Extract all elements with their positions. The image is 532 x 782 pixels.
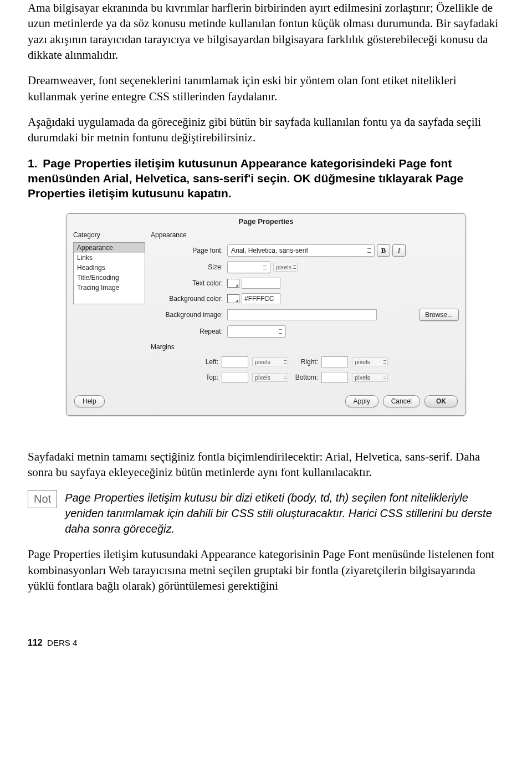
appearance-section-label: Appearance: [151, 231, 459, 239]
margin-right-label: Right:: [288, 358, 321, 366]
para-1: Ama bilgisayar ekranında bu kıvrımlar ha…: [28, 0, 504, 63]
repeat-label: Repeat:: [151, 328, 227, 335]
dialog-title: Page Properties: [66, 214, 466, 231]
margin-left-input[interactable]: [222, 356, 248, 367]
text-color-input[interactable]: [242, 278, 280, 289]
lesson-label: DERS 4: [47, 638, 77, 647]
para-5: Page Properties iletişim kutusundaki App…: [28, 546, 504, 594]
margin-right-input[interactable]: [321, 356, 348, 367]
help-button[interactable]: Help: [74, 395, 105, 407]
browse-button[interactable]: Browse...: [419, 309, 459, 321]
cat-tracing-image[interactable]: Tracing Image: [74, 283, 145, 293]
text-color-swatch[interactable]: [227, 279, 239, 288]
bg-color-swatch[interactable]: [227, 294, 239, 303]
page-footer: 112 DERS 4: [28, 638, 504, 648]
size-select[interactable]: [227, 261, 270, 273]
page-font-label: Page font:: [151, 247, 227, 254]
margin-left-label: Left:: [183, 358, 222, 366]
page-number: 112: [28, 638, 43, 647]
italic-button[interactable]: I: [392, 244, 406, 257]
note-badge: Not: [28, 490, 57, 508]
margin-top-label: Top:: [183, 374, 222, 381]
cat-links[interactable]: Links: [74, 253, 145, 263]
text-color-label: Text color:: [151, 279, 227, 287]
page-font-select[interactable]: Arial, Helvetica, sans-serif: [227, 244, 375, 257]
para-2: Dreamweaver, font seçeneklerini tanımlam…: [28, 73, 504, 104]
margin-right-unit[interactable]: pixels: [352, 357, 388, 366]
step-number: 1.: [28, 157, 38, 170]
margin-top-unit[interactable]: pixels: [252, 373, 288, 382]
para-4: Sayfadaki metnin tamamı seçtiğiniz fontl…: [28, 449, 504, 481]
size-unit[interactable]: pixels: [273, 263, 298, 272]
margin-bottom-label: Bottom:: [288, 374, 321, 381]
margin-bottom-unit[interactable]: pixels: [352, 373, 388, 382]
category-list[interactable]: Appearance Links Headings Title/Encoding…: [73, 242, 145, 304]
bg-image-label: Background image:: [151, 311, 227, 319]
bg-color-input[interactable]: #FFFFCC: [242, 293, 280, 304]
step-text: Page Properties iletişim kutusunun Appea…: [28, 157, 463, 200]
repeat-select[interactable]: [227, 325, 286, 338]
bg-image-input[interactable]: [227, 309, 377, 320]
margins-section-label: Margins: [151, 343, 459, 351]
step-1: 1. Page Properties iletişim kutusunun Ap…: [28, 156, 504, 201]
size-label: Size:: [151, 263, 227, 271]
cat-title-encoding[interactable]: Title/Encoding: [74, 273, 145, 283]
note-text: Page Properties iletişim kutusu bir dizi…: [65, 490, 504, 536]
category-label: Category: [73, 231, 145, 239]
cat-headings[interactable]: Headings: [74, 263, 145, 273]
bg-color-label: Background color:: [151, 295, 227, 303]
page-properties-dialog: Page Properties Category Appearance Link…: [66, 213, 466, 416]
cancel-button[interactable]: Cancel: [383, 395, 420, 407]
margin-left-unit[interactable]: pixels: [252, 357, 288, 366]
cat-appearance[interactable]: Appearance: [74, 243, 145, 253]
para-3: Aşağıdaki uygulamada da göreceğiniz gibi…: [28, 114, 504, 146]
bold-button[interactable]: B: [377, 244, 390, 257]
margin-top-input[interactable]: [222, 372, 248, 383]
margin-bottom-input[interactable]: [321, 372, 348, 383]
ok-button[interactable]: OK: [424, 395, 458, 407]
apply-button[interactable]: Apply: [345, 395, 378, 407]
